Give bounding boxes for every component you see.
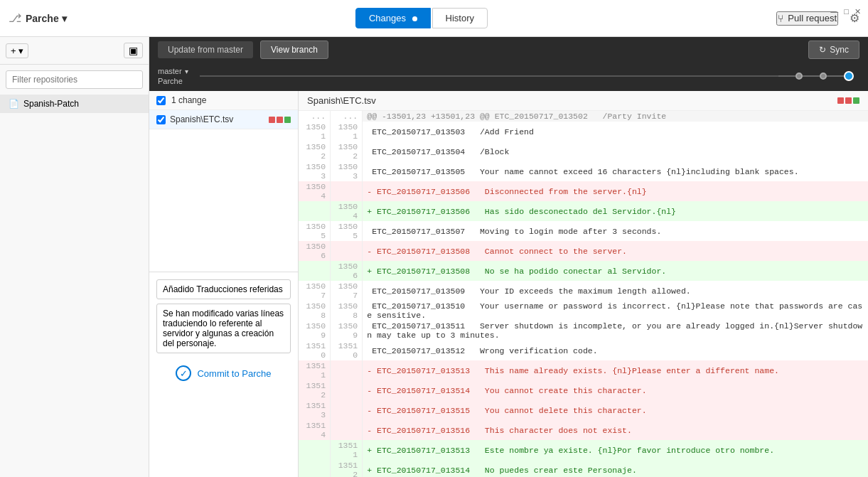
close-icon[interactable]: ✕ — [854, 7, 861, 16]
changes-dot — [412, 16, 417, 21]
repo-name: Spanish-Patch — [23, 99, 79, 109]
diff-row: 13510 13510 ETC_20150717_013512 Wrong ve… — [299, 341, 868, 360]
line-num-right — [331, 400, 363, 420]
line-num-left — [299, 440, 331, 460]
diff-code-cell: ETC_20150717_013505 Your name cannot exc… — [363, 161, 868, 181]
diff-code-cell: ETC_20150717_013507 Moving to login mode… — [363, 221, 868, 241]
timeline-line — [200, 75, 854, 77]
diff-row: 13501 13501 ETC_20150717_013503 /Add Fri… — [299, 122, 868, 141]
diff-code-cell: - ETC_20150717_013508 Cannot connect to … — [363, 241, 868, 261]
repo-item[interactable]: 📄 Spanish-Patch — [0, 95, 149, 113]
line-num-right — [331, 360, 363, 380]
branch-caret-icon: ▾ — [62, 13, 67, 24]
main-content: Update from master View branch ↻ Sync ma… — [149, 37, 868, 477]
diff-row: 13508 13508 ETC_20150717_013510 Your use… — [299, 301, 868, 321]
diff-code-cell: + ETC_20150717_013506 Has sido desconect… — [363, 201, 868, 221]
line-num-left: 13504 — [299, 181, 331, 201]
parche-label: Parche — [158, 77, 188, 85]
diff-row: 13511 - ETC_20150717_013513 This name al… — [299, 360, 868, 380]
diff-code-cell: - ETC_20150717_013506 Disconnected from … — [363, 181, 868, 201]
diff-row: 13511 + ETC_20150717_013513 Este nombre … — [299, 440, 868, 460]
diff-header: Spanish\ETC.tsv — [299, 91, 868, 111]
added-indicator — [284, 117, 291, 123]
commit-title-input[interactable] — [156, 279, 291, 299]
tab-history[interactable]: History — [432, 8, 488, 28]
sync-button[interactable]: ↻ Sync — [808, 41, 859, 59]
line-num-right — [331, 181, 363, 201]
line-num-right — [331, 380, 363, 400]
line-num-left: 13506 — [299, 241, 331, 261]
timeline-connector-2 — [803, 75, 820, 77]
commit-button[interactable]: ✓ Commit to Parche — [156, 360, 291, 387]
maximize-icon[interactable]: □ — [844, 7, 849, 16]
line-num-right: 13502 — [331, 141, 363, 161]
branch-icon: ⎇ — [9, 11, 21, 25]
pull-request-button[interactable]: ⑂ Pull request — [776, 11, 838, 26]
removed-indicator-2 — [277, 117, 283, 123]
line-num-right: 13503 — [331, 161, 363, 181]
branch-selector[interactable]: ⎇ Parche ▾ — [9, 11, 67, 25]
line-num-left: 13505 — [299, 221, 331, 241]
timeline-dot-current — [844, 71, 854, 81]
sync-label: Sync — [830, 45, 849, 55]
line-num-left: 13509 — [299, 321, 331, 341]
commit-section: Se han modificado varias líneas traducie… — [149, 272, 298, 394]
line-num-left: 13507 — [299, 281, 331, 301]
pull-request-label: Pull request — [788, 13, 837, 23]
branch-timeline: master ▾ Parche — [149, 63, 868, 91]
diff-code-cell: - ETC_20150717_013515 You cannot delete … — [363, 400, 868, 420]
diff-row: ... ... @@ -13501,23 +13501,23 @@ ETC_20… — [299, 111, 868, 122]
top-bar: ⎇ Parche ▾ Changes History ⑂ Pull reques… — [0, 0, 868, 37]
diff-code-cell: - ETC_20150717_013513 This name already … — [363, 360, 868, 380]
line-num-left — [299, 201, 331, 221]
diff-row: 13509 13509 ETC_20150717_013511 Server s… — [299, 321, 868, 341]
diff-code-cell: - ETC_20150717_013514 You cannot create … — [363, 380, 868, 400]
line-num-right: 13509 — [331, 321, 363, 341]
line-num-left: 13502 — [299, 141, 331, 161]
line-num-right: 13504 — [331, 201, 363, 221]
diff-row: 13505 13505 ETC_20150717_013507 Moving t… — [299, 221, 868, 241]
diff-code-cell: + ETC_20150717_013513 Este nombre ya exi… — [363, 440, 868, 460]
diff-code-cell: ETC_20150717_013511 Server shutdown is i… — [363, 321, 868, 341]
diff-view: Spanish\ETC.tsv ... ... @@ -13501,23 +13… — [299, 91, 868, 477]
file-name: Spanish\ETC.tsv — [170, 114, 269, 124]
diff-green — [853, 97, 859, 104]
line-num-right: 13511 — [331, 440, 363, 460]
changes-count: 1 change — [171, 95, 206, 105]
diff-code-cell: ETC_20150717_013510 Your username or pas… — [363, 301, 868, 321]
app-name: Parche — [26, 13, 59, 24]
line-num-left — [299, 460, 331, 477]
line-num-right: 13510 — [331, 341, 363, 360]
filter-repos-input[interactable] — [6, 70, 143, 89]
window-controls: — □ ✕ — [830, 7, 861, 16]
diff-code-cell: + ETC_20150717_013514 No puedes crear es… — [363, 460, 868, 477]
add-repo-button[interactable]: + ▾ — [6, 43, 28, 58]
timeline-connector — [778, 75, 795, 77]
line-num-left — [299, 261, 331, 281]
line-num-left: 13514 — [299, 420, 331, 440]
diff-code-cell: @@ -13501,23 +13501,23 @@ ETC_20150717_0… — [363, 111, 868, 122]
diff-red-1 — [837, 97, 844, 104]
view-toggle-button[interactable]: ▣ — [124, 43, 143, 58]
view-branch-button[interactable]: View branch — [260, 41, 328, 59]
diff-filename: Spanish\ETC.tsv — [307, 95, 837, 106]
tab-changes[interactable]: Changes — [355, 8, 431, 28]
line-num-right — [331, 241, 363, 261]
file-checkbox[interactable] — [156, 115, 166, 124]
line-num-right: ... — [331, 111, 363, 122]
file-item[interactable]: Spanish\ETC.tsv — [149, 110, 298, 129]
line-num-right: 13512 — [331, 460, 363, 477]
update-from-master-button[interactable]: Update from master — [158, 41, 253, 58]
select-all-checkbox[interactable] — [156, 96, 166, 105]
timeline-dot-1 — [795, 73, 803, 80]
minimize-icon[interactable]: — — [830, 7, 838, 16]
diff-row: 13512 + ETC_20150717_013514 No puedes cr… — [299, 460, 868, 477]
pull-request-icon: ⑂ — [778, 13, 783, 24]
diff-row: 13504 - ETC_20150717_013506 Disconnected… — [299, 181, 868, 201]
branch-name-label[interactable]: Parche ▾ — [26, 13, 67, 24]
line-num-left: 13503 — [299, 161, 331, 181]
diff-code-cell: + ETC_20150717_013508 No se ha podido co… — [363, 261, 868, 281]
diff-row: 13513 - ETC_20150717_013515 You cannot d… — [299, 400, 868, 420]
file-list-header: 1 change — [149, 91, 298, 110]
commit-description-input[interactable]: Se han modificado varias líneas traducie… — [156, 304, 291, 353]
